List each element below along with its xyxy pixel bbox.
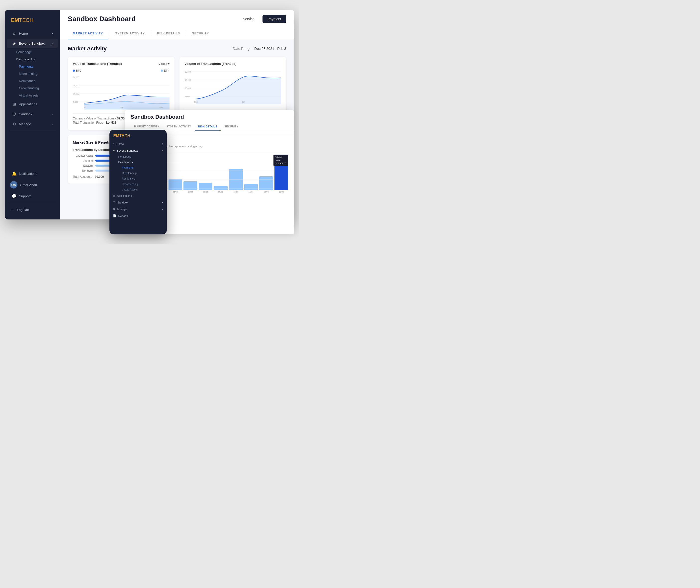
second-page-title: Sandbox Dashboard xyxy=(131,114,288,120)
bar-label-07-06: 07/06 xyxy=(188,191,193,193)
sidebar-divider-2 xyxy=(9,203,56,203)
svg-text:15,000: 15,000 xyxy=(185,79,191,81)
sidebar-sub-item-remittance[interactable]: Remittance xyxy=(19,77,60,84)
sidebar-item-notifications[interactable]: 🔔 Notifications xyxy=(7,169,58,178)
manage-icon: ⚙ xyxy=(12,122,16,126)
payment-button[interactable]: Payment xyxy=(263,15,286,23)
bar-label-10-06: 10/06 xyxy=(233,191,238,193)
bar-item-11-06: 11/06 xyxy=(244,184,258,193)
phone-reports-icon: 📄 xyxy=(113,214,116,217)
phone-sidebar-beyond-sandbox[interactable]: ◈ Beyond Sandbox ▴ xyxy=(109,147,167,154)
phone-manage-arrow: ▾ xyxy=(162,208,163,210)
phone-logo-em: EM xyxy=(113,134,119,138)
sidebar-sub-item-virtual-assets[interactable]: Virtual Assets xyxy=(19,92,60,99)
phone-sidebar-applications[interactable]: ⊞ Applications xyxy=(109,192,167,199)
location-label-ashanti: Ashanti xyxy=(73,159,93,162)
sidebar-beyond-sandbox-subitems: Homepage Dashboard ▴ Payments Microlendi… xyxy=(5,48,60,99)
svg-text:Feb: Feb xyxy=(160,106,163,109)
second-tab-risk[interactable]: RISK DETAILS xyxy=(195,123,221,131)
sidebar-item-beyond-sandbox[interactable]: ◈ Beyond Sandbox ▴ xyxy=(7,39,58,48)
second-tab-system[interactable]: SYSTEM ACTIVITY xyxy=(163,123,195,131)
bar-item-13-06: 13 Jun, 2021 $17,989.67 13/06 xyxy=(274,155,288,193)
sidebar-manage-label: Manage xyxy=(19,122,31,126)
bar-label-06-06: 06/06 xyxy=(173,191,178,193)
beyond-sandbox-icon: ◈ xyxy=(12,41,16,46)
phone-sub-dashboard[interactable]: Dashboard ▴ xyxy=(109,159,167,165)
sidebar-item-applications[interactable]: ⊞ Applications xyxy=(7,99,58,109)
bar-label-13-06: 13/06 xyxy=(279,191,284,193)
phone-sidebar-manage[interactable]: ⚙ Manage ▾ xyxy=(109,206,167,212)
bar-label-08-06: 08/06 xyxy=(203,191,208,193)
svg-text:5,000: 5,000 xyxy=(73,100,78,103)
sidebar-user-name: Omar Aboh xyxy=(20,183,37,187)
total-accounts-label: Total Accounts - 30,000 xyxy=(73,175,104,178)
bar-item-08-06: 08/06 xyxy=(199,183,212,193)
value-chart-header: Value of Transactions (Trended) Virtual … xyxy=(73,62,170,66)
tab-security[interactable]: SECURITY xyxy=(187,28,214,39)
support-icon: 💬 xyxy=(12,194,16,198)
date-range-value: Dec 28 2021 - Feb 3 xyxy=(254,47,286,51)
tab-system-activity[interactable]: SYSTEM ACTIVITY xyxy=(110,28,150,39)
svg-text:Dec: Dec xyxy=(194,100,198,103)
sidebar-applications-label: Applications xyxy=(19,102,37,106)
svg-text:10,000: 10,000 xyxy=(73,92,79,95)
sidebar-sub-item-payments[interactable]: Payments xyxy=(19,63,60,70)
tab-market-activity[interactable]: MARKET ACTIVITY xyxy=(68,28,108,39)
value-chart-filter[interactable]: Virtual ▾ xyxy=(159,62,170,66)
window-wrapper: EMTECH ⌂ Home ▾ ◈ Beyond Sandbox ▴ Homep… xyxy=(5,10,294,234)
sidebar-logout[interactable]: → Log Out xyxy=(5,205,60,214)
phone-manage-icon: ⚙ xyxy=(113,207,115,211)
phone-sidebar-reports[interactable]: 📄 Reports xyxy=(109,212,167,219)
sidebar-item-home[interactable]: ⌂ Home ▾ xyxy=(7,29,58,38)
phone-sub-remittance[interactable]: Remittance xyxy=(109,176,167,181)
bar-item-10-06: 10/06 xyxy=(229,169,243,193)
value-chart-legend: BTC ETH xyxy=(73,69,170,72)
phone-beyond-sandbox-arrow: ▴ xyxy=(162,149,163,152)
sidebar-home-label: Home xyxy=(19,32,28,35)
logo-em: EM xyxy=(11,17,19,23)
sidebar-sub-item-dashboard[interactable]: Dashboard ▴ xyxy=(16,56,60,63)
sidebar-sub-item-crowdfunding[interactable]: Crowdfunding xyxy=(19,84,60,92)
eth-legend-dot xyxy=(161,70,163,72)
sidebar-item-sandbox[interactable]: ⬡ Sandbox ▾ xyxy=(7,109,58,119)
volume-chart-svg: 20,000 15,000 10,000 5,000 Dec Jan xyxy=(184,69,281,104)
logo-tech: TECH xyxy=(19,17,33,23)
tooltip-date: 13 Jun, 2021 xyxy=(275,156,286,162)
tooltip-value: $17,989.67 xyxy=(275,162,286,165)
phone-sub-microlending[interactable]: Microlending xyxy=(109,170,167,176)
sidebar-item-support[interactable]: 💬 Support xyxy=(7,191,58,201)
sidebar-notifications-label: Notifications xyxy=(19,172,37,175)
phone-home-icon: ⌂ xyxy=(113,142,115,145)
home-icon: ⌂ xyxy=(12,31,16,36)
sidebar: EMTECH ⌂ Home ▾ ◈ Beyond Sandbox ▴ Homep… xyxy=(5,10,60,219)
service-button[interactable]: Service xyxy=(238,15,260,23)
bar-label-11-06: 11/06 xyxy=(249,191,254,193)
phone-sidebar-sandbox[interactable]: ⬡ Sandbox ▾ xyxy=(109,199,167,206)
volume-chart-title: Volume of Transactions (Trended) xyxy=(184,62,237,66)
location-label-northern: Northern xyxy=(73,169,93,172)
tab-risk-details[interactable]: RISK DETAILS xyxy=(152,28,185,39)
bar-11-06 xyxy=(244,184,258,190)
phone-sub-homepage[interactable]: Homepage xyxy=(109,154,167,159)
chart-tooltip: 13 Jun, 2021 $17,989.67 xyxy=(273,155,288,166)
phone-sub-crowdfunding[interactable]: Crowdfunding xyxy=(109,181,167,187)
sidebar-sub-item-microlending[interactable]: Microlending xyxy=(19,70,60,77)
phone-beyond-sandbox-icon: ◈ xyxy=(113,149,115,152)
bar-label-09-06: 09/06 xyxy=(218,191,223,193)
svg-text:Dec: Dec xyxy=(83,106,86,109)
svg-text:10,000: 10,000 xyxy=(185,87,191,89)
logout-icon: → xyxy=(10,207,14,212)
sidebar-item-manage[interactable]: ⚙ Manage ▾ xyxy=(7,119,58,129)
second-tab-security[interactable]: SECURITY xyxy=(221,123,242,131)
legend-btc: BTC xyxy=(73,69,82,72)
bar-item-12-06: 12/06 xyxy=(259,176,273,193)
tab-divider-3 xyxy=(186,32,186,36)
phone-sub-virtual-assets[interactable]: Virtual Assets xyxy=(109,187,167,192)
phone-sub-payments[interactable]: Payments xyxy=(109,165,167,170)
phone-applications-icon: ⊞ xyxy=(113,194,115,197)
phone-sidebar-home[interactable]: ⌂ Home ▾ xyxy=(109,141,167,147)
sidebar-user[interactable]: OA Omar Aboh xyxy=(5,178,60,191)
svg-text:Jan: Jan xyxy=(120,106,123,109)
bar-09-06 xyxy=(214,186,228,190)
sidebar-sub-item-homepage[interactable]: Homepage xyxy=(16,48,60,56)
